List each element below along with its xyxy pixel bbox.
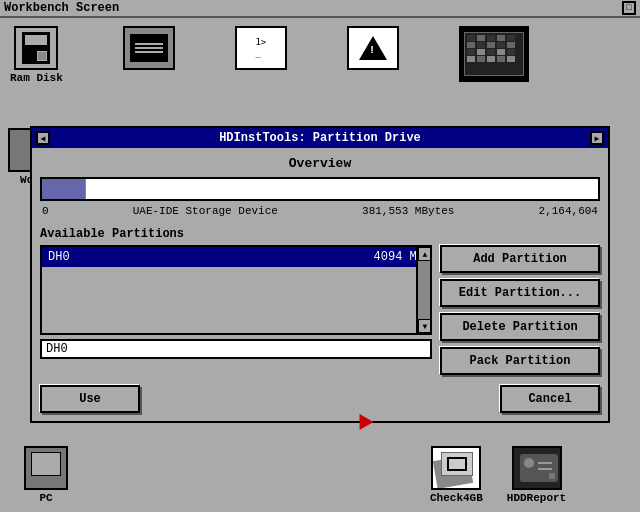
ramdisk-icon[interactable]: Ram Disk	[10, 26, 63, 84]
disk-device: UAE-IDE Storage Device	[133, 205, 278, 217]
screen-icon[interactable]	[123, 26, 175, 70]
dialog-body: Overview 0 UAE-IDE Storage Device 381,55…	[32, 148, 608, 421]
use-button[interactable]: Use	[40, 385, 140, 413]
overview-label: Overview	[40, 156, 600, 171]
disk-index: 0	[42, 205, 49, 217]
partition-scrollbar: ▲ ▼	[416, 247, 430, 333]
partition-buttons: Add Partition Edit Partition... Delete P…	[440, 245, 600, 375]
bottom-buttons: Use Cancel	[40, 385, 600, 413]
check4gb-label: Check4GB	[430, 492, 483, 504]
pc-icon-box	[24, 446, 68, 490]
bigscreen-icon-box	[459, 26, 529, 82]
cancel-button[interactable]: Cancel	[500, 385, 600, 413]
screen-line	[135, 43, 163, 45]
disk-bar-fill	[42, 179, 86, 199]
dialog-maximize-button[interactable]: ▶	[590, 131, 604, 145]
hddreport-icon-box	[512, 446, 562, 490]
partition-name-field[interactable]: DH0	[40, 339, 432, 359]
check4gb-icon[interactable]: Check4GB	[430, 446, 483, 504]
ramdisk-label: Ram Disk	[10, 72, 63, 84]
partition-list: DH0 4094 MB ▲ ▼	[40, 245, 432, 335]
screen-line	[135, 47, 163, 49]
screen-inner	[129, 33, 169, 63]
bigscreen-inner	[464, 32, 524, 76]
workbench-title: Workbench Screen	[4, 1, 119, 15]
desktop-icons-top: Ram Disk 1>_	[0, 18, 640, 92]
dialog-title: HDInstTools: Partition Drive	[54, 131, 586, 145]
pc-label: PC	[39, 492, 52, 504]
shell-icon[interactable]: 1>_	[235, 26, 287, 70]
bigscreen-icon[interactable]	[459, 26, 529, 82]
scroll-down-button[interactable]: ▼	[418, 319, 432, 333]
partition-list-container: DH0 4094 MB ▲ ▼ DH0	[40, 245, 432, 375]
screen-lines	[135, 43, 163, 53]
disk-cylinders: 2,164,604	[539, 205, 598, 217]
bottom-right-icons: Check4GB HDDReport	[430, 446, 566, 504]
disk-size: 381,553 MBytes	[362, 205, 454, 217]
scroll-track	[418, 261, 430, 319]
restore-button[interactable]: □	[622, 1, 636, 15]
hdinsttools-dialog: ◀ HDInstTools: Partition Drive ▶ Overvie…	[30, 126, 610, 423]
edit-partition-button[interactable]: Edit Partition...	[440, 279, 600, 307]
available-partitions-label: Available Partitions	[40, 227, 600, 241]
partitions-area: DH0 4094 MB ▲ ▼ DH0	[40, 245, 600, 375]
scroll-up-button[interactable]: ▲	[418, 247, 432, 261]
alert-triangle	[359, 36, 387, 60]
partition-name-value: DH0	[46, 342, 68, 356]
partition-name: DH0	[48, 250, 70, 264]
floppy-graphic	[22, 32, 50, 64]
dialog-close-button[interactable]: ◀	[36, 131, 50, 145]
alert-icon-box	[347, 26, 399, 70]
alert-icon[interactable]	[347, 26, 399, 70]
shell-content: 1>_	[253, 35, 268, 61]
hddreport-icon[interactable]: HDDReport	[507, 446, 566, 504]
screen-line	[135, 51, 163, 53]
workbench-titlebar: Workbench Screen □	[0, 0, 640, 18]
delete-partition-button[interactable]: Delete Partition	[440, 313, 600, 341]
desktop: Ram Disk 1>_	[0, 18, 640, 512]
pc-icon[interactable]: PC	[24, 446, 68, 504]
dialog-titlebar: ◀ HDInstTools: Partition Drive ▶	[32, 128, 608, 148]
partition-item[interactable]: DH0 4094 MB	[42, 247, 430, 267]
ramdisk-icon-box	[14, 26, 58, 70]
hddreport-label: HDDReport	[507, 492, 566, 504]
disk-info-row: 0 UAE-IDE Storage Device 381,553 MBytes …	[40, 205, 600, 217]
pack-partition-button[interactable]: Pack Partition	[440, 347, 600, 375]
disk-bar-container	[40, 177, 600, 201]
add-partition-button[interactable]: Add Partition	[440, 245, 600, 273]
shell-icon-box: 1>_	[235, 26, 287, 70]
screen-icon-box	[123, 26, 175, 70]
check4gb-icon-box	[431, 446, 481, 490]
